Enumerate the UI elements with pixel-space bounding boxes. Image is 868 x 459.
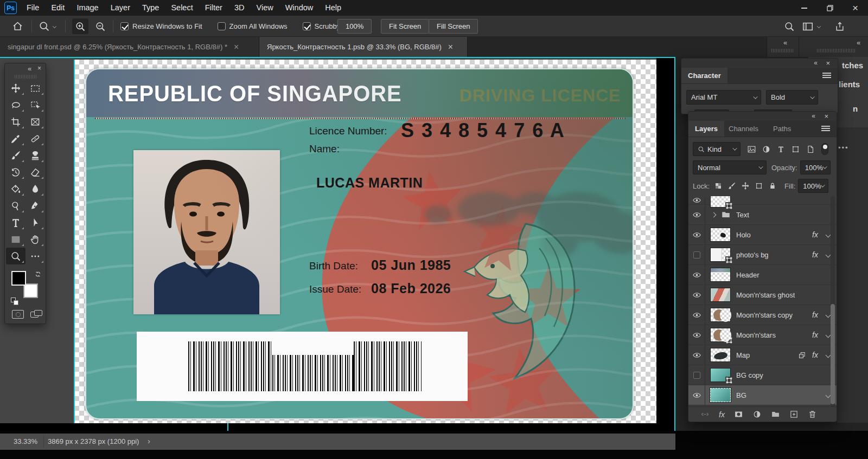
layer-fx-badge[interactable]: fx: [812, 331, 818, 339]
layer-thumbnail[interactable]: [710, 328, 731, 342]
layer-fx-badge[interactable]: fx: [812, 230, 818, 239]
workspace-switcher-icon[interactable]: [802, 21, 814, 33]
panel-menu-icon[interactable]: [822, 73, 831, 79]
tool-eyedropper[interactable]: [6, 130, 25, 147]
zoom-100-button[interactable]: 100%: [337, 16, 372, 37]
menu-file[interactable]: File: [21, 0, 45, 16]
checkbox-icon[interactable]: [120, 22, 129, 30]
font-family-select[interactable]: Arial MT: [686, 90, 761, 105]
tool-dodge[interactable]: [6, 197, 25, 214]
layer-row-bg-copy[interactable]: BG copy: [688, 365, 837, 385]
panel-gripper[interactable]: [15, 75, 36, 79]
row-chevron-icon[interactable]: [826, 392, 831, 398]
tool-object-selection[interactable]: [25, 96, 45, 113]
zoom-tool-icon[interactable]: [39, 21, 50, 32]
layers-scrollbar-thumb[interactable]: [831, 304, 835, 404]
tab-paths[interactable]: Paths: [767, 121, 797, 137]
link-layers-icon[interactable]: [700, 410, 710, 419]
fill-screen-button[interactable]: Fill Screen: [429, 16, 478, 37]
fx-collapse-icon[interactable]: [826, 312, 831, 318]
layer-thumbnail[interactable]: [710, 268, 731, 282]
tab-channels[interactable]: Channels: [722, 121, 765, 137]
filter-type-layers-icon[interactable]: [776, 145, 786, 154]
layer-row-photo-s-bg[interactable]: photo's bgfx: [688, 245, 837, 265]
layer-row-moon-n-stars-ghost[interactable]: Moon'n'stars ghost: [688, 285, 837, 305]
tool-eraser[interactable]: [25, 164, 45, 180]
panel-gripper[interactable]: [817, 49, 856, 53]
filter-adjustment-layers-icon[interactable]: [762, 145, 771, 154]
tool-path-selection[interactable]: [25, 214, 45, 231]
lock-position-icon[interactable]: [741, 182, 750, 190]
layer-row-partial[interactable]: [688, 196, 837, 205]
tab-character[interactable]: Character: [681, 68, 727, 83]
checkbox-zoom-all-windows[interactable]: Zoom All Windows: [218, 22, 288, 30]
checkbox-icon[interactable]: [218, 22, 226, 30]
menu-window[interactable]: Window: [279, 0, 320, 16]
visibility-toggle[interactable]: [688, 265, 705, 285]
fx-collapse-icon[interactable]: [826, 332, 831, 338]
quick-mask-icon[interactable]: [12, 310, 24, 319]
layer-thumbnail[interactable]: [710, 348, 731, 362]
tool-clone-stamp[interactable]: [25, 147, 45, 164]
new-layer-icon[interactable]: [789, 410, 799, 419]
workspace-chevron-icon[interactable]: [817, 24, 821, 28]
search-icon[interactable]: [784, 21, 795, 32]
foreground-color-swatch[interactable]: [11, 271, 26, 286]
add-mask-icon[interactable]: [734, 410, 743, 419]
collapse-panel-icon[interactable]: «: [812, 112, 815, 120]
visibility-toggle[interactable]: [688, 345, 705, 365]
visibility-toggle[interactable]: [688, 385, 705, 405]
close-button[interactable]: ×: [843, 0, 868, 16]
overflow-dots-icon[interactable]: •••: [838, 144, 849, 152]
font-style-select[interactable]: Bold: [766, 90, 818, 105]
layer-thumbnail[interactable]: [710, 228, 731, 242]
filter-kind-select[interactable]: Kind: [693, 142, 741, 156]
collapse-panels-icon[interactable]: «: [857, 38, 860, 47]
visibility-toggle[interactable]: [688, 196, 705, 204]
menu-edit[interactable]: Edit: [45, 0, 71, 16]
layer-fx-badge[interactable]: fx: [812, 250, 818, 259]
close-panel-icon[interactable]: ×: [824, 112, 828, 120]
tool-spot-healing[interactable]: [25, 130, 45, 147]
tool-crop[interactable]: [6, 113, 25, 130]
opacity-select[interactable]: 100%: [800, 160, 831, 174]
fx-collapse-icon[interactable]: [826, 252, 831, 257]
layer-styles-icon[interactable]: fx: [719, 410, 725, 419]
tool-preset-chevron-icon[interactable]: [53, 24, 56, 28]
fx-collapse-icon[interactable]: [826, 232, 831, 237]
minimize-button[interactable]: [792, 0, 817, 16]
visibility-toggle[interactable]: [688, 205, 705, 224]
fit-screen-button[interactable]: Fit Screen: [381, 16, 429, 37]
layer-row-bg[interactable]: BG: [688, 385, 837, 405]
tab-yarkost-kontrastnost[interactable]: Яркость_Контрастность 1.psb @ 33.3% (BG,…: [259, 37, 468, 57]
tab-close-icon[interactable]: ×: [234, 42, 239, 52]
tool-frame[interactable]: [25, 113, 45, 130]
document-canvas[interactable]: REPUBLIC OF SINGAPORE DRIVING LICENCE Li…: [74, 60, 656, 423]
visibility-toggle[interactable]: [688, 285, 705, 305]
layer-row-header[interactable]: Header: [688, 265, 837, 285]
visibility-toggle[interactable]: [688, 365, 705, 385]
filter-toggle[interactable]: [821, 143, 828, 155]
layer-thumbnail[interactable]: [710, 388, 731, 402]
menu-filter[interactable]: Filter: [199, 0, 228, 16]
layer-thumbnail[interactable]: [710, 248, 731, 262]
lock-all-icon[interactable]: [768, 182, 777, 190]
tool-pen[interactable]: [25, 197, 45, 214]
filter-smart-objects-icon[interactable]: [806, 145, 815, 154]
visibility-toggle[interactable]: [688, 305, 705, 325]
tool-paint-bucket[interactable]: [6, 180, 25, 197]
fx-collapse-icon[interactable]: [826, 352, 831, 358]
filter-pixel-layers-icon[interactable]: [747, 145, 756, 154]
tool-blur[interactable]: [25, 180, 45, 197]
tab-close-icon[interactable]: ×: [448, 42, 453, 52]
menu-layer[interactable]: Layer: [105, 0, 136, 16]
filter-shape-layers-icon[interactable]: [791, 145, 800, 154]
lock-pixels-icon[interactable]: [727, 182, 736, 190]
lock-transparency-icon[interactable]: [714, 182, 723, 190]
lock-artboard-icon[interactable]: [755, 182, 763, 190]
panel-menu-icon[interactable]: [821, 126, 830, 132]
adjustment-layer-icon[interactable]: [752, 410, 762, 419]
layer-fx-badge[interactable]: fx: [812, 311, 818, 319]
visibility-toggle[interactable]: [688, 225, 705, 244]
restore-button[interactable]: [817, 0, 843, 16]
